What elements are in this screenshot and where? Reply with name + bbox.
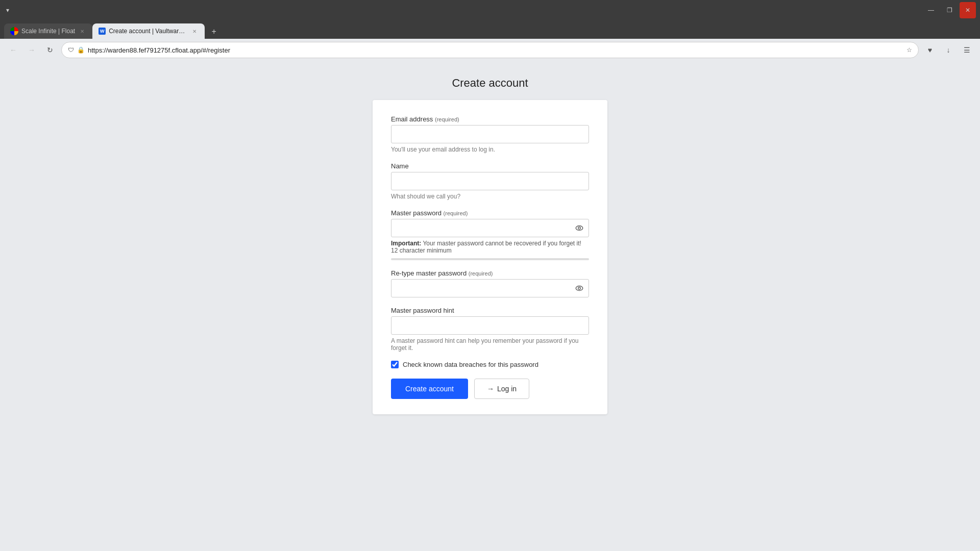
title-bar: ▾ — ❐ ✕: [0, 0, 980, 20]
breach-check-label: Check known data breaches for this passw…: [403, 361, 538, 368]
bookmark-icon[interactable]: ☆: [906, 46, 912, 54]
breach-check-row: Check known data breaches for this passw…: [391, 361, 589, 368]
master-password-toggle[interactable]: [574, 222, 585, 234]
form-button-row: Create account → Log in: [391, 379, 589, 399]
retype-password-toggle[interactable]: [574, 283, 585, 294]
tab-vaultwarden[interactable]: W Create account | Vaultwarden W... ✕: [92, 23, 205, 39]
tab-close-vaultwarden[interactable]: ✕: [190, 27, 199, 35]
master-password-warning: Important: Your master password cannot b…: [391, 240, 589, 254]
master-password-required-tag: (required): [444, 210, 468, 216]
new-tab-button[interactable]: +: [207, 24, 221, 39]
back-button[interactable]: ←: [6, 43, 20, 57]
page-title: Create account: [452, 77, 528, 90]
svg-point-2: [576, 286, 583, 291]
master-password-warning-bold: Important:: [391, 240, 421, 247]
tab-list-dropdown[interactable]: ▾: [4, 5, 11, 16]
svg-point-1: [578, 227, 581, 230]
login-button[interactable]: → Log in: [474, 379, 529, 399]
restore-button[interactable]: ❐: [941, 2, 958, 18]
email-label: Email address (required): [391, 115, 589, 123]
close-window-button[interactable]: ✕: [960, 2, 976, 18]
tab-favicon-vaultwarden: W: [99, 28, 106, 35]
menu-button[interactable]: ☰: [960, 43, 974, 57]
retype-password-group: Re-type master password (required): [391, 269, 589, 297]
retype-password-label: Re-type master password (required): [391, 269, 589, 277]
tab-title-vaultwarden: Create account | Vaultwarden W...: [109, 28, 187, 35]
hint-label: Master password hint: [391, 307, 589, 314]
tab-scale-infinite[interactable]: Scale Infinite | Float ✕: [4, 23, 92, 39]
shield-icon: 🛡: [68, 46, 74, 54]
name-hint: What should we call you?: [391, 193, 589, 200]
email-hint: You'll use your email address to log in.: [391, 146, 589, 153]
address-bar[interactable]: [88, 46, 903, 54]
name-label: Name: [391, 162, 589, 170]
master-password-group: Master password (required) Important: Yo…: [391, 209, 589, 260]
tab-favicon-firefox: [10, 27, 18, 35]
email-input[interactable]: [391, 125, 589, 143]
svg-point-3: [578, 287, 581, 290]
email-required-tag: (required): [435, 116, 459, 122]
name-group: Name What should we call you?: [391, 162, 589, 200]
nav-bar: ← → ↻ 🛡 🔒 ☆ ♥ ↓ ☰: [0, 39, 980, 61]
email-group: Email address (required) You'll use your…: [391, 115, 589, 153]
lock-icon: 🔒: [77, 46, 85, 54]
page-content: Create account Email address (required) …: [0, 61, 980, 551]
svg-point-0: [576, 226, 583, 231]
tab-title-scale-infinite: Scale Infinite | Float: [21, 28, 75, 35]
master-password-label: Master password (required): [391, 209, 589, 217]
breach-check-checkbox[interactable]: [391, 361, 399, 368]
addon-download-button[interactable]: ↓: [941, 43, 955, 57]
retype-password-input[interactable]: [391, 279, 589, 297]
registration-form-card: Email address (required) You'll use your…: [373, 100, 607, 414]
master-password-wrap: [391, 219, 589, 237]
password-strength-bar: [391, 258, 589, 260]
minimize-button[interactable]: —: [923, 2, 939, 18]
addon-heart-button[interactable]: ♥: [923, 43, 937, 57]
login-icon: →: [487, 385, 494, 393]
hint-group: Master password hint A master password h…: [391, 307, 589, 352]
create-account-button[interactable]: Create account: [391, 379, 468, 399]
tab-bar: Scale Infinite | Float ✕ W Create accoun…: [0, 20, 980, 39]
tab-close-scale-infinite[interactable]: ✕: [78, 27, 86, 35]
forward-button[interactable]: →: [24, 43, 39, 57]
retype-password-required-tag: (required): [469, 270, 493, 277]
hint-hint: A master password hint can help you reme…: [391, 337, 589, 352]
reload-button[interactable]: ↻: [43, 43, 57, 57]
address-bar-wrap: 🛡 🔒 ☆: [61, 42, 919, 58]
master-password-input[interactable]: [391, 219, 589, 237]
name-input[interactable]: [391, 172, 589, 190]
hint-input[interactable]: [391, 316, 589, 335]
retype-password-wrap: [391, 279, 589, 297]
